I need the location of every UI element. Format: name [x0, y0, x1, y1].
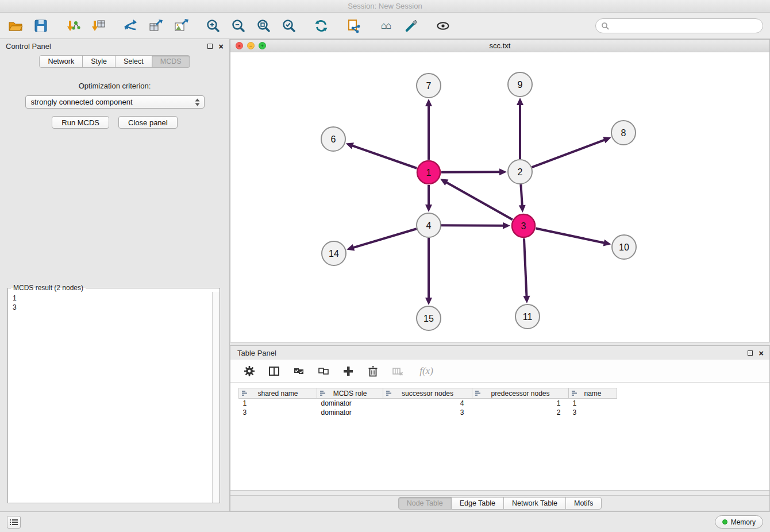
tab-motifs[interactable]: Motifs — [565, 497, 602, 510]
float-table-panel-icon[interactable] — [748, 350, 753, 356]
table-cell[interactable]: dominator — [317, 399, 383, 408]
zoom-window-icon[interactable]: + — [259, 42, 266, 49]
mcds-buttons: Run MCDS Close panel — [0, 116, 229, 129]
tab-style[interactable]: Style — [82, 55, 116, 68]
graph-edge[interactable] — [536, 229, 605, 243]
column-header-shared-name[interactable]: shared name — [239, 388, 317, 399]
table-settings-button[interactable] — [242, 364, 257, 379]
import-network-button[interactable] — [64, 17, 82, 34]
edge-arrowhead — [517, 98, 523, 105]
table-cell[interactable]: 1 — [239, 399, 317, 408]
graph-node-label: 9 — [518, 80, 523, 90]
tab-network[interactable]: Network — [39, 55, 83, 68]
network-canvas[interactable]: 7968124314101511 — [230, 52, 769, 342]
export-image-button[interactable] — [172, 17, 190, 34]
tab-network-table[interactable]: Network Table — [503, 497, 566, 510]
tab-select[interactable]: Select — [115, 55, 152, 68]
dropdown-arrows-icon — [194, 98, 201, 107]
visual-style-button[interactable] — [402, 17, 419, 34]
graph-node-label: 15 — [424, 314, 434, 323]
edge-arrowhead — [425, 99, 432, 106]
table-panel-header: Table Panel × — [230, 346, 769, 360]
function-builder-button[interactable]: f(x) — [415, 364, 438, 379]
add-column-button[interactable] — [341, 364, 356, 379]
export-table-button[interactable] — [147, 17, 164, 34]
column-header-successor-nodes[interactable]: successor nodes — [383, 388, 472, 399]
mcds-result-title: MCDS result (2 nodes) — [11, 284, 86, 292]
column-header-name[interactable]: name — [569, 388, 617, 399]
graph-edge[interactable] — [532, 140, 606, 167]
edge-arrowhead — [346, 142, 354, 149]
mcds-result-line: 3 — [13, 303, 215, 312]
graph-edge[interactable] — [446, 182, 513, 220]
control-panel-header: Control Panel × — [0, 39, 229, 53]
graph-edge[interactable] — [521, 184, 522, 206]
table-cell[interactable]: 2 — [472, 408, 569, 417]
close-table-panel-icon[interactable]: × — [759, 349, 764, 357]
memory-button[interactable]: Memory — [715, 515, 763, 529]
tab-node-table[interactable]: Node Table — [398, 497, 452, 510]
open-session-button[interactable] — [7, 17, 24, 34]
delete-button[interactable] — [365, 364, 380, 379]
zoom-fit-button[interactable] — [255, 17, 272, 34]
mcds-result-box: MCDS result (2 nodes) 13 — [7, 284, 220, 503]
close-panel-button[interactable]: Close panel — [118, 116, 178, 129]
zoom-group — [205, 17, 298, 34]
trash-icon — [367, 365, 379, 377]
table-cell[interactable]: 3 — [383, 408, 472, 417]
table-cell[interactable]: 1 — [569, 399, 617, 408]
graph-edge[interactable] — [524, 238, 527, 297]
export-network-button[interactable] — [122, 17, 139, 34]
column-header-predecessor-nodes[interactable]: predecessor nodes — [472, 388, 569, 399]
memory-label: Memory — [731, 518, 756, 526]
apply-layout-button[interactable] — [313, 17, 330, 34]
tab-mcds[interactable]: MCDS — [152, 55, 190, 68]
import-table-button[interactable] — [90, 17, 107, 34]
mcds-result-line: 1 — [13, 294, 215, 303]
show-hide-details-button[interactable] — [434, 17, 452, 34]
table-row[interactable]: 1dominator411 — [239, 399, 617, 408]
column-label: predecessor nodes — [491, 390, 549, 398]
table-cell[interactable]: 4 — [383, 399, 472, 408]
graph-node-label: 14 — [329, 249, 339, 259]
tab-edge-table[interactable]: Edge Table — [451, 497, 504, 510]
table-cell[interactable]: dominator — [317, 408, 383, 417]
select-all-button[interactable] — [291, 364, 306, 379]
save-session-button[interactable] — [32, 17, 49, 34]
search-box[interactable] — [595, 18, 763, 33]
float-panel-icon[interactable] — [207, 44, 213, 49]
network-window-titlebar: × − + scc.txt — [230, 40, 769, 52]
graph-node-label: 4 — [426, 221, 432, 230]
zoom-in-button[interactable] — [205, 17, 222, 34]
minimize-window-icon[interactable]: − — [247, 42, 255, 49]
clone-network-button[interactable] — [345, 17, 362, 34]
graph-edge[interactable] — [441, 172, 500, 172]
show-columns-button[interactable] — [267, 364, 282, 379]
network-graph[interactable]: 7968124314101511 — [230, 52, 768, 342]
table-cell[interactable]: 3 — [569, 408, 617, 417]
delete-column-icon — [391, 365, 404, 377]
zoom-selected-button[interactable] — [280, 17, 298, 34]
export-network-icon — [122, 18, 138, 34]
zoom-out-button[interactable] — [230, 17, 247, 34]
table-row[interactable]: 3dominator323 — [239, 408, 617, 417]
delete-column-button-disabled[interactable] — [390, 364, 405, 379]
result-scrollbar[interactable] — [212, 292, 220, 503]
deselect-all-button[interactable] — [316, 364, 331, 379]
table-cell[interactable]: 3 — [239, 408, 317, 417]
optimization-criterion-select[interactable]: strongly connected component — [25, 95, 205, 109]
run-mcds-button[interactable]: Run MCDS — [52, 116, 109, 129]
table-cell[interactable]: 1 — [472, 399, 569, 408]
horizontal-scrollbar[interactable] — [230, 490, 769, 496]
home-networks-button[interactable]: ⌂⌂ — [377, 17, 394, 34]
graph-edge[interactable] — [441, 225, 504, 226]
close-panel-icon[interactable]: × — [218, 42, 224, 51]
export-group — [122, 17, 190, 34]
close-window-icon[interactable]: × — [236, 42, 243, 49]
graph-edge[interactable] — [353, 229, 417, 248]
main-toolbar: ⌂⌂ — [0, 13, 770, 39]
column-header-mcds-role[interactable]: MCDS role — [317, 388, 383, 399]
search-input[interactable] — [612, 22, 757, 30]
task-history-button[interactable] — [7, 516, 21, 529]
graph-edge[interactable] — [352, 145, 417, 168]
